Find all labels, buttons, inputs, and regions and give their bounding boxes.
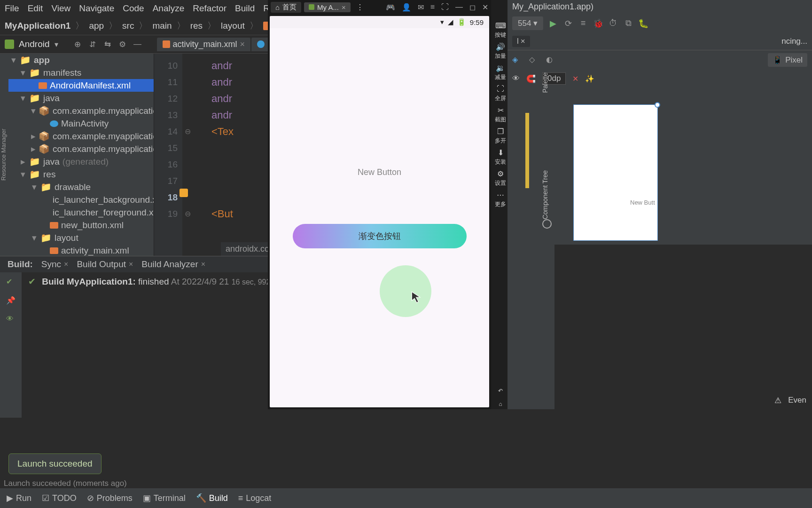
user-icon[interactable]: 👤	[402, 3, 411, 12]
editor-tab-activity-main[interactable]: activity_main.xml ×	[157, 38, 251, 51]
clock: 9:59	[470, 18, 484, 26]
right-tab[interactable]: l ×	[512, 36, 530, 47]
toast-notification: Launch succeeded	[8, 453, 102, 474]
stop-icon[interactable]: 🐛	[638, 18, 648, 29]
build-tab-output[interactable]: Build Output×	[77, 259, 133, 270]
emulator-tab-app[interactable]: My A...×	[304, 2, 351, 12]
emu-install[interactable]: ⬇安装	[495, 148, 506, 166]
emu-volup[interactable]: 🔊加量	[495, 42, 506, 60]
nav-back-icon[interactable]: ↶	[495, 386, 506, 396]
nav-home-icon[interactable]: ⌂	[495, 399, 506, 409]
resize-handle[interactable]	[655, 102, 660, 108]
lightbulb-icon[interactable]	[180, 189, 188, 197]
attach-icon[interactable]: ⧉	[623, 18, 633, 29]
expand-icon[interactable]: ⛶	[441, 3, 449, 12]
build-tool-rail[interactable]: ✔ 📌 👁	[0, 272, 22, 418]
attributes-panel[interactable]	[554, 245, 812, 409]
menu-analyze[interactable]: Analyze	[153, 3, 185, 14]
mail-icon[interactable]: ✉	[418, 3, 424, 12]
menu-refactor[interactable]: Refactor	[193, 3, 226, 14]
menu-build[interactable]: Build	[235, 3, 255, 14]
menu-code[interactable]: Code	[123, 3, 144, 14]
eye-icon[interactable]: 👁	[512, 74, 520, 83]
menu-view[interactable]: View	[51, 3, 70, 14]
bottombar-problems[interactable]: ⊘ Problems	[87, 493, 133, 503]
emu-settings[interactable]: ⚙设置	[495, 169, 506, 187]
bottombar-run[interactable]: ▶ Run	[7, 493, 31, 503]
emulator-screen[interactable]: ▾ ◢ 🔋 9:59 New Button 渐变色按钮	[270, 16, 489, 407]
palette-rail[interactable]: Palette	[541, 70, 552, 96]
menu-edit[interactable]: Edit	[28, 3, 43, 14]
bc-main[interactable]: main	[152, 21, 172, 31]
bc-res[interactable]: res	[190, 21, 203, 31]
chevron-down-icon[interactable]: ▾	[55, 40, 58, 49]
project-view-dropdown[interactable]: Android	[19, 39, 50, 49]
emu-voldn[interactable]: 🔉减量	[495, 63, 506, 81]
bc-app[interactable]: app	[89, 21, 104, 31]
emulator-controls: ⌨按键 🔊加量 🔉减量 ⛶全屏 ✂截图 ❐多开 ⬇安装 ⚙设置 ⋯更多 ↶ ⌂	[491, 0, 510, 409]
menu-icon[interactable]: ≡	[430, 3, 435, 12]
design-toolbar-2: 👁 🧲 0dp ✕ ✨	[508, 70, 812, 87]
text-newbutton[interactable]: New Button	[270, 167, 489, 177]
collapse-icon[interactable]: ⇵	[87, 39, 98, 49]
hammer-icon[interactable]: ✔	[6, 277, 16, 286]
preview-newbutton: New Butt	[630, 199, 655, 206]
minimize-window-icon[interactable]: —	[455, 3, 463, 12]
bottombar-terminal[interactable]: ▣ Terminal	[143, 493, 186, 503]
bc-src[interactable]: src	[122, 21, 134, 31]
restart-icon[interactable]: ⟳	[563, 18, 573, 29]
debug-icon[interactable]: 🐞	[593, 18, 603, 29]
pin-icon[interactable]: 📌	[6, 296, 16, 305]
project-tree[interactable]: ▾📁app ▾📁manifests AndroidManifest.xml ▾📁…	[8, 54, 154, 256]
tree-file-mainactivity[interactable]: MainActivity	[8, 117, 154, 130]
tree-file-manifest[interactable]: AndroidManifest.xml	[8, 79, 154, 92]
left-tool-rail[interactable]: Resource Manager	[0, 54, 8, 256]
step-icon[interactable]: ≡	[578, 18, 588, 29]
menu-file[interactable]: File	[5, 3, 19, 14]
close-icon[interactable]: ×	[342, 3, 346, 11]
ruler	[525, 113, 529, 188]
emulator-tab-home[interactable]: ⌂首页	[271, 2, 301, 13]
bottombar-logcat[interactable]: ≡ Logcat	[238, 493, 272, 503]
emu-screenshot[interactable]: ✂截图	[495, 105, 506, 124]
profile-icon[interactable]: ⏱	[608, 18, 618, 29]
clear-constraints-icon[interactable]: ✕	[572, 74, 578, 83]
close-icon[interactable]: ×	[240, 40, 245, 49]
close-window-icon[interactable]: ✕	[482, 3, 488, 12]
more-icon[interactable]: ⋮	[353, 3, 367, 12]
gear-icon[interactable]: ⚙	[117, 39, 128, 49]
device-select[interactable]: 554 ▾	[512, 16, 543, 30]
emu-keys[interactable]: ⌨按键	[495, 21, 506, 39]
locate-icon[interactable]: ⊕	[72, 39, 83, 49]
close-icon[interactable]: ×	[521, 37, 525, 46]
device-picker[interactable]: 📱 Pixel	[768, 53, 807, 67]
emu-multi[interactable]: ❐多开	[495, 127, 506, 145]
xml-file-icon	[50, 247, 58, 254]
menu-navigate[interactable]: Navigate	[79, 3, 114, 14]
gamepad-icon[interactable]: 🎮	[386, 3, 395, 12]
eye-icon[interactable]: 👁	[6, 315, 16, 324]
bottombar-build[interactable]: 🔨 Build	[196, 493, 228, 503]
expand-icon[interactable]: ⇆	[102, 39, 113, 49]
build-tab-analyzer[interactable]: Build Analyzer×	[141, 259, 205, 270]
bc-layout[interactable]: layout	[221, 21, 245, 31]
magnet-icon[interactable]: 🧲	[526, 74, 536, 83]
maximize-window-icon[interactable]: ◻	[469, 3, 476, 12]
layers-icon[interactable]: ◈	[512, 55, 523, 65]
rotate-icon[interactable]: ◇	[529, 55, 539, 65]
layout-preview[interactable]: New Butt	[573, 104, 658, 241]
play-icon[interactable]: ▶	[548, 18, 558, 29]
wand-icon[interactable]: ✨	[585, 74, 594, 83]
theme-icon[interactable]: ◐	[546, 55, 556, 65]
emu-fullscreen[interactable]: ⛶全屏	[495, 84, 506, 103]
globe-icon[interactable]	[542, 219, 552, 229]
gradient-button[interactable]: 渐变色按钮	[293, 224, 467, 248]
design-toolbar: ◈ ◇ ◐ 📱 Pixel	[508, 50, 812, 70]
emu-more[interactable]: ⋯更多	[495, 190, 506, 208]
build-tab-sync[interactable]: Sync×	[41, 259, 69, 270]
bottombar-todo[interactable]: ☑ TODO	[42, 493, 77, 503]
component-tree-rail[interactable]: Component Tree	[541, 167, 552, 222]
fold-column[interactable]: ⊖⊖	[182, 54, 193, 256]
bc-project[interactable]: MyApplication1	[5, 21, 70, 31]
minimize-icon[interactable]: —	[133, 39, 143, 49]
